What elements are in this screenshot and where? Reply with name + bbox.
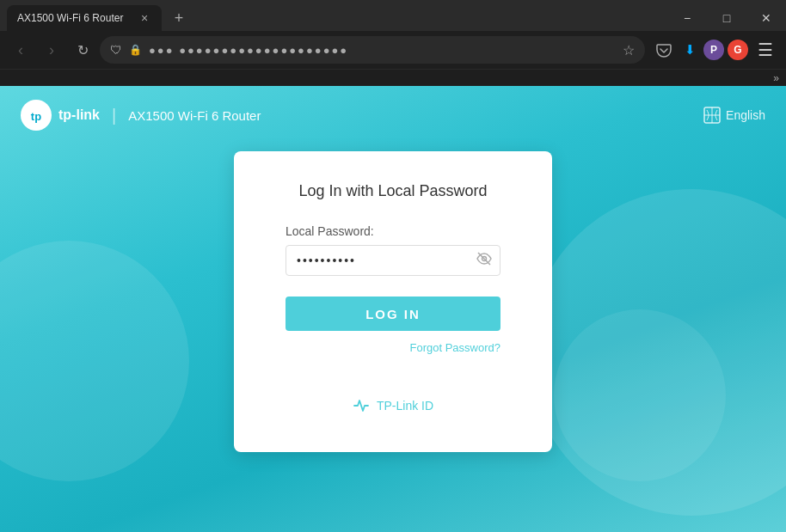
pocket-account-icon[interactable]: P bbox=[703, 40, 724, 60]
eye-toggle-icon[interactable] bbox=[476, 251, 492, 270]
login-button[interactable]: LOG IN bbox=[286, 297, 500, 331]
password-input-wrapper bbox=[286, 245, 500, 276]
extra-bar: » bbox=[0, 69, 786, 86]
bookmark-icon[interactable]: ☆ bbox=[623, 42, 635, 58]
tab-title: AX1500 Wi-Fi 6 Router bbox=[17, 12, 131, 24]
new-tab-button[interactable]: + bbox=[169, 8, 189, 28]
minimize-button[interactable]: − bbox=[667, 3, 707, 34]
tp-link-id-icon bbox=[353, 397, 370, 414]
close-button[interactable]: ✕ bbox=[746, 3, 786, 34]
google-account-icon[interactable]: G bbox=[728, 40, 748, 60]
expand-toolbar-button[interactable]: » bbox=[773, 72, 779, 84]
login-title: Log In with Local Password bbox=[286, 182, 500, 200]
tp-link-id-section[interactable]: TP-Link ID bbox=[286, 397, 500, 414]
shield-icon: 🛡 bbox=[110, 43, 122, 57]
brand: tp tp-link | AX1500 Wi-Fi 6 Router bbox=[21, 100, 261, 131]
url-bar[interactable]: 🛡 🔒 ●●● ●●●●●●●●●●●●●●●●●●●● ☆ bbox=[100, 36, 645, 64]
pocket-icon[interactable] bbox=[652, 38, 676, 62]
tab-bar: AX1500 Wi-Fi 6 Router × + − □ ✕ bbox=[0, 0, 786, 31]
lock-icon: 🔒 bbox=[129, 44, 142, 56]
browser-chrome: AX1500 Wi-Fi 6 Router × + − □ ✕ ‹ › ↻ 🛡 … bbox=[0, 0, 786, 86]
password-input[interactable] bbox=[286, 245, 500, 276]
menu-button[interactable]: ☰ bbox=[752, 36, 779, 64]
forgot-password-link[interactable]: Forgot Password? bbox=[286, 341, 500, 354]
password-label: Local Password: bbox=[286, 224, 500, 238]
active-tab[interactable]: AX1500 Wi-Fi 6 Router × bbox=[7, 5, 162, 31]
language-icon bbox=[703, 107, 721, 124]
toolbar-icons: ⬇ P G ☰ bbox=[652, 36, 779, 64]
page-header: tp tp-link | AX1500 Wi-Fi 6 Router Engli… bbox=[0, 86, 786, 144]
login-card-wrapper: Log In with Local Password Local Passwor… bbox=[0, 144, 786, 452]
tp-link-id-label: TP-Link ID bbox=[377, 399, 433, 413]
download-icon[interactable]: ⬇ bbox=[678, 38, 702, 62]
router-name: AX1500 Wi-Fi 6 Router bbox=[128, 108, 261, 123]
svg-text:tp: tp bbox=[31, 110, 41, 123]
tab-close-icon[interactable]: × bbox=[138, 11, 151, 25]
tp-link-logo: tp bbox=[21, 100, 52, 131]
window-controls: − □ ✕ bbox=[667, 3, 786, 34]
language-label: English bbox=[726, 108, 765, 122]
maximize-button[interactable]: □ bbox=[707, 3, 746, 34]
login-card: Log In with Local Password Local Passwor… bbox=[234, 151, 552, 452]
brand-divider: | bbox=[112, 106, 116, 125]
forward-button[interactable]: › bbox=[38, 36, 65, 64]
address-bar: ‹ › ↻ 🛡 🔒 ●●● ●●●●●●●●●●●●●●●●●●●● ☆ ⬇ P… bbox=[0, 31, 786, 69]
language-selector[interactable]: English bbox=[703, 107, 765, 124]
page-content: tp tp-link | AX1500 Wi-Fi 6 Router Engli… bbox=[0, 86, 786, 532]
back-button[interactable]: ‹ bbox=[7, 36, 34, 64]
password-form-group: Local Password: bbox=[286, 224, 500, 276]
brand-name: tp-link bbox=[58, 107, 100, 123]
refresh-button[interactable]: ↻ bbox=[69, 36, 96, 64]
url-text: ●●● ●●●●●●●●●●●●●●●●●●●● bbox=[149, 44, 616, 57]
